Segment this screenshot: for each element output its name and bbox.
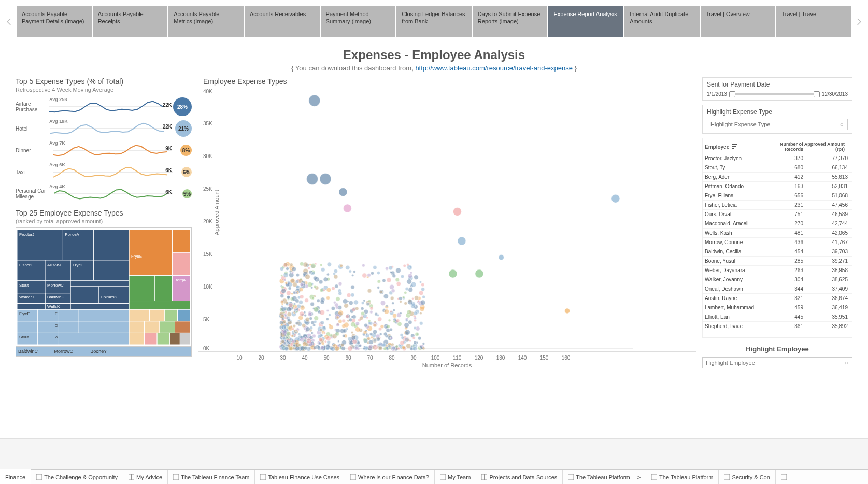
svg-point-371 [336,297,340,301]
bottom-tab[interactable]: Finance [0,469,31,484]
svg-rect-51 [58,321,78,333]
pct-bubble: 6% [181,167,192,177]
bottom-tab[interactable]: The Tableau Platform [646,470,719,484]
nav-prev-arrow[interactable] [3,6,16,37]
treemap-cell[interactable]: MorrowC [52,347,89,356]
sparkline-row[interactable]: Personal Car Mileage Avg 4K 6K 5% [16,183,192,205]
nav-tab[interactable]: Accounts Payable Metrics (image) [168,6,244,37]
records-header[interactable]: Number of Records [762,141,803,152]
table-row[interactable]: Frye, Elliana65651,068 [703,191,852,201]
table-row[interactable]: Berg, Aden41255,613 [703,173,852,182]
svg-point-243 [347,293,351,297]
svg-rect-72 [170,333,180,345]
bottom-tab[interactable]: Where is our Finance Data? [345,470,435,484]
svg-point-567 [370,307,373,310]
svg-point-606 [335,284,338,288]
nav-tab[interactable]: Travel | Overview [701,6,776,37]
table-row[interactable]: Proctor, Jazlynn37077,370 [703,154,852,163]
svg-point-763 [421,283,424,286]
svg-point-772 [286,340,288,342]
table-row[interactable]: Weber, Dayanara26338,958 [703,266,852,275]
nav-tab[interactable]: Accounts Payable Payment Details (image) [17,6,92,37]
nav-tab[interactable]: Accounts Payable Receipts [93,6,168,37]
employee-header[interactable]: Employee [705,144,729,150]
svg-point-777 [281,289,286,293]
date-slider[interactable] [730,93,819,95]
scatter-title: Employee Expense Types [203,77,696,86]
scatter-chart[interactable]: Approved Amount 40K 35K 30K 25K 20K 15K … [198,88,696,352]
svg-point-147 [307,267,310,269]
table-row[interactable]: Baldwin, Cecilia45439,703 [703,247,852,257]
pct-bubble: 8% [180,145,192,156]
svg-text:FryeE: FryeE [73,263,83,267]
table-row[interactable]: Walker, Jovanny30438,625 [703,275,852,284]
table-row[interactable]: Ours, Orval75146,589 [703,210,852,219]
sparkline-row[interactable]: Airfare Purchase Avg 25K 22K 28% [16,96,192,118]
new-sheet-button[interactable] [776,470,792,484]
table-row[interactable]: Boone, Yusuf28539,271 [703,257,852,266]
bottom-tab[interactable]: Projects and Data Sources [476,470,563,484]
svg-point-767 [320,300,324,304]
table-row[interactable]: Lambert, Muhammad45936,419 [703,303,852,312]
svg-point-201 [314,316,319,321]
highlight-type-input[interactable] [707,119,848,130]
table-row[interactable]: Fisher, Leticia23147,456 [703,201,852,210]
table-row[interactable]: Austin, Rayne32136,674 [703,294,852,303]
nav-tab[interactable]: Closing Ledger Balances from Bank [396,6,472,37]
amount-header[interactable]: Approved Amount (rpt) [803,141,850,152]
svg-point-845 [281,340,284,343]
table-row[interactable]: Elliott, Ean44535,951 [703,312,852,322]
svg-point-838 [373,339,377,343]
nav-tab[interactable]: Expense Report Analysis [548,6,623,37]
table-row[interactable]: Macdonald, Araceli27042,744 [703,219,852,229]
sparkline-row[interactable]: Hotel Avg 19K 22K 21% [16,118,192,139]
sparkline-row[interactable]: Taxi Avg 6K 6K 6% [16,161,192,183]
treemap-cell[interactable]: BooneY [88,347,124,356]
bottom-tab[interactable]: My Team [435,470,476,484]
nav-tab[interactable]: Accounts Receivables [245,6,320,37]
svg-point-496 [286,267,289,271]
svg-point-685 [290,344,292,346]
svg-rect-37 [129,275,154,301]
sparkline-avg: Avg 19K [49,119,68,124]
slider-handle-start[interactable] [729,91,735,97]
svg-point-688 [311,263,316,268]
svg-point-831 [314,307,319,312]
bottom-tab[interactable]: My Advice [123,470,168,484]
nav-tab[interactable]: Payment Method Summary (image) [321,6,396,37]
highlight-emp-input[interactable] [702,357,852,368]
svg-point-819 [390,328,393,331]
bottom-tab[interactable]: Tableau Finance Use Cases [255,470,345,484]
table-row[interactable]: Wells, Kash48142,065 [703,229,852,238]
svg-point-746 [405,287,408,290]
table-row[interactable]: Shepherd, Isaac36135,892 [703,322,852,331]
svg-point-457 [286,291,291,295]
nav-tab[interactable]: Internal Audit Duplicate Amounts [624,6,700,37]
treemap-cell[interactable]: BaldwinC [16,347,52,356]
nav-tab[interactable]: Days to Submit Expense Reports (image) [473,6,548,37]
bottom-tab[interactable]: The Tableau Finance Team [168,470,255,484]
nav-next-arrow[interactable] [852,6,865,37]
bottom-tab[interactable]: The Challenge & Opportunity [31,470,123,484]
table-row[interactable]: Stout, Ty68066,134 [703,163,852,173]
download-link[interactable]: http://www.tableau.com/resource/travel-a… [415,64,573,72]
table-row[interactable]: Morrow, Corinne43641,767 [703,238,852,247]
sparkline-row[interactable]: Dinner Avg 7K 9K 8% [16,139,192,161]
sort-icon[interactable] [732,143,738,150]
slider-handle-end[interactable] [814,91,820,97]
svg-point-439 [402,296,405,298]
treemap-chart[interactable]: ProctorJ PonceA FisherL AllisonJ FryeE [16,227,192,347]
table-row[interactable]: Pittman, Orlando16352,831 [703,182,852,191]
svg-rect-16 [93,260,129,280]
bottom-tab[interactable]: The Tableau Platform ---> [563,470,646,484]
svg-point-695 [305,298,309,303]
svg-point-618 [288,287,291,290]
svg-point-775 [300,338,304,342]
bottom-tab[interactable]: Security & Con [719,470,775,484]
svg-point-571 [333,301,336,304]
table-row[interactable]: Oneal, Deshawn34437,409 [703,284,852,294]
svg-point-821 [319,338,323,342]
svg-point-764 [320,321,324,325]
svg-point-874 [304,346,307,350]
nav-tab[interactable]: Travel | Trave [776,6,851,37]
